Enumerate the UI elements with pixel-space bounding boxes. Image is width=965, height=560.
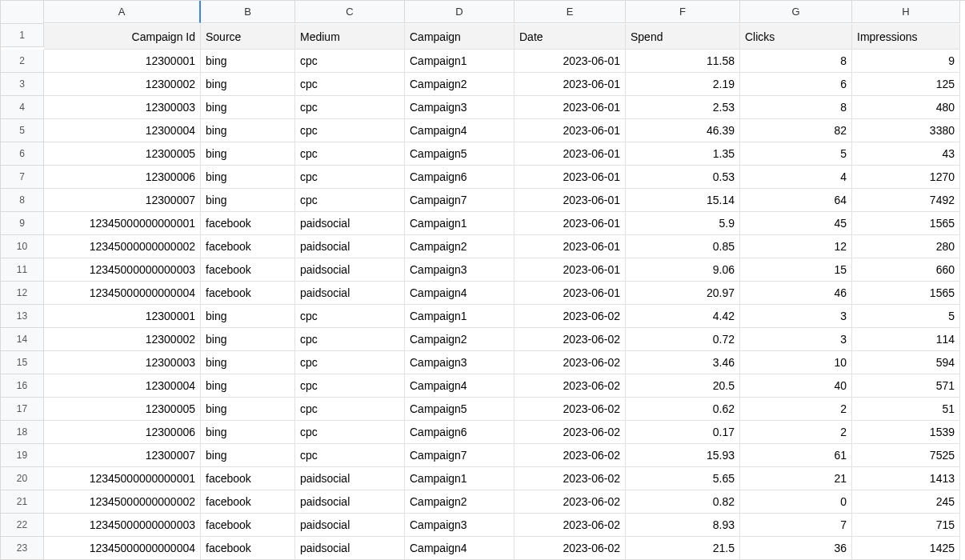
cell-A13[interactable]: 12300001 xyxy=(44,305,201,328)
cell-H10[interactable]: 280 xyxy=(852,235,960,258)
row-header-6[interactable]: 6 xyxy=(1,142,44,166)
cell-D9[interactable]: Campaign1 xyxy=(405,212,515,235)
cell-C8[interactable]: cpc xyxy=(295,189,405,212)
cell-G18[interactable]: 2 xyxy=(740,421,852,444)
cell-H8[interactable]: 7492 xyxy=(852,189,960,212)
cell-A23[interactable]: 12345000000000004 xyxy=(44,537,201,560)
row-header-16[interactable]: 16 xyxy=(1,374,44,398)
header-cell-B[interactable]: Source xyxy=(201,24,295,50)
header-cell-C[interactable]: Medium xyxy=(295,24,405,50)
cell-D3[interactable]: Campaign2 xyxy=(405,73,515,96)
cell-E10[interactable]: 2023-06-01 xyxy=(515,235,626,258)
cell-F7[interactable]: 0.53 xyxy=(626,166,740,189)
cell-G16[interactable]: 40 xyxy=(740,374,852,398)
cell-A3[interactable]: 12300002 xyxy=(44,73,201,96)
cell-E6[interactable]: 2023-06-01 xyxy=(515,142,626,166)
row-header-11[interactable]: 11 xyxy=(1,258,44,282)
cell-F14[interactable]: 0.72 xyxy=(626,328,740,351)
select-all-corner[interactable] xyxy=(1,1,44,24)
cell-H11[interactable]: 660 xyxy=(852,258,960,282)
cell-A9[interactable]: 12345000000000001 xyxy=(44,212,201,235)
cell-D23[interactable]: Campaign4 xyxy=(405,537,515,560)
cell-H18[interactable]: 1539 xyxy=(852,421,960,444)
cell-A22[interactable]: 12345000000000003 xyxy=(44,514,201,537)
cell-G13[interactable]: 3 xyxy=(740,305,852,328)
cell-D14[interactable]: Campaign2 xyxy=(405,328,515,351)
cell-A16[interactable]: 12300004 xyxy=(44,374,201,398)
cell-D7[interactable]: Campaign6 xyxy=(405,166,515,189)
cell-F13[interactable]: 4.42 xyxy=(626,305,740,328)
cell-G23[interactable]: 36 xyxy=(740,537,852,560)
row-header-19[interactable]: 19 xyxy=(1,444,44,467)
cell-G5[interactable]: 82 xyxy=(740,119,852,142)
cell-C7[interactable]: cpc xyxy=(295,166,405,189)
cell-G20[interactable]: 21 xyxy=(740,467,852,490)
header-cell-H[interactable]: Impressions xyxy=(852,24,960,50)
row-header-1[interactable]: 1 xyxy=(1,24,44,47)
cell-C10[interactable]: paidsocial xyxy=(295,235,405,258)
cell-E13[interactable]: 2023-06-02 xyxy=(515,305,626,328)
cell-H3[interactable]: 125 xyxy=(852,73,960,96)
header-cell-G[interactable]: Clicks xyxy=(740,24,852,50)
cell-C13[interactable]: cpc xyxy=(295,305,405,328)
cell-C16[interactable]: cpc xyxy=(295,374,405,398)
row-header-13[interactable]: 13 xyxy=(1,305,44,328)
cell-D17[interactable]: Campaign5 xyxy=(405,398,515,421)
cell-E8[interactable]: 2023-06-01 xyxy=(515,189,626,212)
cell-E15[interactable]: 2023-06-02 xyxy=(515,351,626,374)
cell-C19[interactable]: cpc xyxy=(295,444,405,467)
cell-E9[interactable]: 2023-06-01 xyxy=(515,212,626,235)
cell-G17[interactable]: 2 xyxy=(740,398,852,421)
cell-B4[interactable]: bing xyxy=(201,96,295,119)
cell-G15[interactable]: 10 xyxy=(740,351,852,374)
row-header-7[interactable]: 7 xyxy=(1,166,44,189)
row-header-23[interactable]: 23 xyxy=(1,537,44,560)
cell-A7[interactable]: 12300006 xyxy=(44,166,201,189)
cell-G6[interactable]: 5 xyxy=(740,142,852,166)
cell-C2[interactable]: cpc xyxy=(295,50,405,73)
row-header-22[interactable]: 22 xyxy=(1,514,44,537)
cell-F17[interactable]: 0.62 xyxy=(626,398,740,421)
cell-D13[interactable]: Campaign1 xyxy=(405,305,515,328)
row-header-2[interactable]: 2 xyxy=(1,50,44,73)
cell-F21[interactable]: 0.82 xyxy=(626,490,740,514)
row-header-8[interactable]: 8 xyxy=(1,189,44,212)
cell-H2[interactable]: 9 xyxy=(852,50,960,73)
cell-B11[interactable]: facebook xyxy=(201,258,295,282)
cell-F11[interactable]: 9.06 xyxy=(626,258,740,282)
cell-E20[interactable]: 2023-06-02 xyxy=(515,467,626,490)
row-header-18[interactable]: 18 xyxy=(1,421,44,444)
cell-C21[interactable]: paidsocial xyxy=(295,490,405,514)
cell-B20[interactable]: facebook xyxy=(201,467,295,490)
cell-F22[interactable]: 8.93 xyxy=(626,514,740,537)
cell-E14[interactable]: 2023-06-02 xyxy=(515,328,626,351)
cell-H13[interactable]: 5 xyxy=(852,305,960,328)
cell-B22[interactable]: facebook xyxy=(201,514,295,537)
cell-F5[interactable]: 46.39 xyxy=(626,119,740,142)
cell-F10[interactable]: 0.85 xyxy=(626,235,740,258)
row-header-12[interactable]: 12 xyxy=(1,282,44,305)
cell-E21[interactable]: 2023-06-02 xyxy=(515,490,626,514)
cell-B2[interactable]: bing xyxy=(201,50,295,73)
cell-G11[interactable]: 15 xyxy=(740,258,852,282)
cell-H23[interactable]: 1425 xyxy=(852,537,960,560)
cell-F6[interactable]: 1.35 xyxy=(626,142,740,166)
cell-E12[interactable]: 2023-06-01 xyxy=(515,282,626,305)
cell-G9[interactable]: 45 xyxy=(740,212,852,235)
row-header-20[interactable]: 20 xyxy=(1,467,44,490)
cell-G3[interactable]: 6 xyxy=(740,73,852,96)
cell-B14[interactable]: bing xyxy=(201,328,295,351)
cell-G12[interactable]: 46 xyxy=(740,282,852,305)
cell-B17[interactable]: bing xyxy=(201,398,295,421)
column-header-H[interactable]: H xyxy=(852,1,960,23)
cell-B13[interactable]: bing xyxy=(201,305,295,328)
cell-E16[interactable]: 2023-06-02 xyxy=(515,374,626,398)
cell-D20[interactable]: Campaign1 xyxy=(405,467,515,490)
spreadsheet-grid[interactable]: ABCDEFGH1Campaign IdSourceMediumCampaign… xyxy=(0,0,965,560)
cell-B6[interactable]: bing xyxy=(201,142,295,166)
cell-D5[interactable]: Campaign4 xyxy=(405,119,515,142)
cell-F3[interactable]: 2.19 xyxy=(626,73,740,96)
cell-A8[interactable]: 12300007 xyxy=(44,189,201,212)
cell-G4[interactable]: 8 xyxy=(740,96,852,119)
cell-A11[interactable]: 12345000000000003 xyxy=(44,258,201,282)
